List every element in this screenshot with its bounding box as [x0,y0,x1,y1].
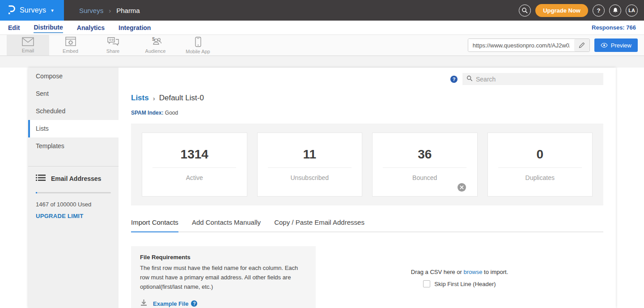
search-input[interactable] [476,76,599,83]
breadcrumb-chevron-icon: › [109,7,111,14]
upgrade-limit-link[interactable]: UPGRADE LIMIT [36,213,111,219]
sidebar-item-lists[interactable]: Lists [28,120,119,137]
avatar[interactable]: LA [626,4,638,17]
list-lines-icon [36,174,46,183]
stat-value: 11 [258,147,362,162]
notifications-bell-icon[interactable] [609,4,621,17]
page-body: Compose Sent Scheduled Lists Templates E… [0,68,644,308]
tab-edit[interactable]: Edit [8,22,20,33]
toolbar-item-mobile-app[interactable]: Mobile App [177,35,219,56]
tab-distribute[interactable]: Distribute [34,22,63,33]
dropzone-text: Drag a CSV here or browse to import. [411,269,508,275]
stat-card-unsubscribed: 11 Unsubscribed [257,133,363,197]
page-background-band [0,56,644,68]
toolbar-item-label: Audience [145,48,166,54]
mobile-app-icon [195,37,201,47]
breadcrumb-current-list: Default List-0 [159,94,204,103]
preview-label: Preview [611,42,631,49]
toolbar-item-share[interactable]: Share [92,35,134,56]
example-file-help-icon[interactable]: ? [191,300,197,307]
contact-search-box [462,73,603,85]
chevron-down-icon: ▾ [51,8,54,13]
toolbar-item-label: Mobile App [186,49,210,54]
file-requirements-title: File Requirements [140,254,307,261]
search-icon[interactable] [519,4,531,17]
stat-label: Duplicates [488,174,593,181]
email-icon [22,37,34,46]
tab-import-contacts[interactable]: Import Contacts [131,218,178,232]
skip-first-line-label: Skip First Line (Header) [434,281,496,287]
tab-copy-paste-email-addresses[interactable]: Copy / Paste Email Addresses [274,218,364,232]
breadcrumb-surveys-link[interactable]: Surveys [79,7,103,14]
preview-button[interactable]: Preview [594,38,638,52]
skip-first-line-checkbox[interactable] [423,280,430,287]
tab-add-contacts-manually[interactable]: Add Contacts Manually [192,218,261,232]
survey-url-input[interactable] [468,39,574,51]
contacts-tabs: Import Contacts Add Contacts Manually Co… [131,218,603,232]
help-icon[interactable]: ? [593,4,605,17]
stat-divider [383,167,466,168]
stat-label: Active [142,174,247,181]
share-icon [107,37,119,47]
main-content: ? Lists › Default List-0 SPAM Index: Goo… [119,68,616,308]
csv-dropzone[interactable]: Drag a CSV here or browse to import. Ski… [316,246,603,308]
stat-divider [153,167,236,168]
list-help-icon[interactable]: ? [450,76,458,83]
stat-card-active: 1314 Active [142,133,247,197]
eye-icon [601,42,608,49]
stat-label: Bounced [373,174,477,181]
dropzone-text-before: Drag a CSV here or [411,269,464,275]
upgrade-now-button[interactable]: Upgrade Now [535,4,588,17]
product-name: Surveys [20,6,46,14]
sidebar-item-compose[interactable]: Compose [28,68,119,85]
sidebar-item-templates[interactable]: Templates [28,137,119,155]
file-requirements-box: File Requirements The first row must hav… [131,246,316,308]
distribute-toolbar: Email Embed Share $ Audience Mobile App [0,34,644,56]
search-icon [466,75,473,83]
top-bar: Surveys ▾ Surveys › Pharma Upgrade Now ?… [0,0,644,21]
usage-progress-fill [36,192,37,193]
email-sidebar: Compose Sent Scheduled Lists Templates E… [28,68,119,308]
list-stats-panel: 1314 Active 11 Unsubscribed 36 Bounced [131,124,603,205]
usage-text: 1467 of 100000 Used [36,201,111,208]
stat-card-bounced: 36 Bounced [372,133,478,197]
stat-value: 0 [488,147,593,162]
stat-label: Unsubscribed [258,174,362,181]
tab-integration[interactable]: Integration [119,22,151,33]
breadcrumb-lists-link[interactable]: Lists [131,94,149,103]
spam-index: SPAM Index: Good [131,110,603,116]
svg-text:$: $ [152,37,155,42]
spam-index-value: Good [165,110,178,116]
breadcrumb-chevron-icon: › [153,94,155,102]
topbar-actions: Upgrade Now ? LA [519,0,644,21]
responses-count[interactable]: Responses: 766 [592,24,636,31]
remove-bounced-icon[interactable] [458,183,466,192]
toolbar-item-label: Share [106,48,119,54]
content-card: Compose Sent Scheduled Lists Templates E… [28,68,616,308]
stat-value: 1314 [142,147,247,162]
spam-index-label: SPAM Index: [131,110,163,116]
usage-progress-bar [36,192,111,193]
stat-divider [498,167,582,168]
embed-icon [65,37,76,47]
toolbar-item-audience[interactable]: $ Audience [134,35,177,56]
stat-card-duplicates: 0 Duplicates [487,133,593,197]
sidebar-item-sent[interactable]: Sent [28,85,119,103]
toolbar-item-label: Embed [63,48,78,54]
toolbar-item-label: Email [22,48,34,53]
download-icon [140,299,148,308]
toolbar-item-embed[interactable]: Embed [49,35,92,56]
tab-analytics[interactable]: Analytics [77,22,105,33]
toolbar-item-email[interactable]: Email [7,35,49,56]
list-breadcrumb: Lists › Default List-0 [131,94,603,103]
stat-divider [268,167,352,168]
browse-link[interactable]: browse [464,269,483,275]
questionpro-logo-icon [7,4,16,17]
product-switcher[interactable]: Surveys ▾ [0,0,64,21]
example-file-link[interactable]: Example File [153,300,188,307]
stat-value: 36 [373,147,477,162]
dropzone-text-after: to import. [482,269,508,275]
edit-url-pencil-icon[interactable] [574,39,589,51]
sidebar-item-scheduled[interactable]: Scheduled [28,103,119,120]
survey-url-group [468,38,590,52]
